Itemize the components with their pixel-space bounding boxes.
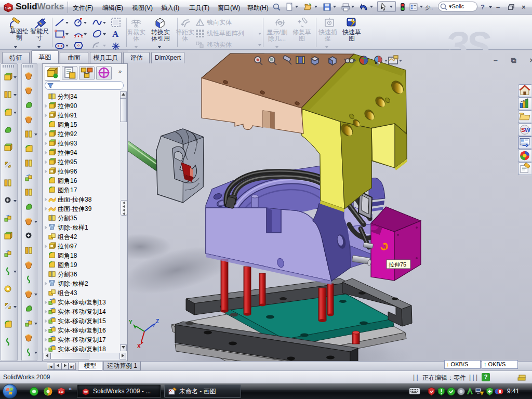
svg-text:Y: Y — [129, 320, 132, 325]
svg-text:SW: SW — [5, 6, 11, 10]
svg-text:!: ! — [198, 20, 200, 26]
svg-text:X: X — [137, 343, 141, 349]
svg-text:A: A — [112, 29, 119, 39]
svg-text:拉伸75: 拉伸75 — [389, 261, 406, 268]
svg-text:W: W — [525, 127, 530, 133]
svg-text:SW: SW — [84, 391, 88, 394]
svg-text:+: + — [298, 18, 301, 25]
svg-text:SW: SW — [59, 390, 64, 393]
svg-text:Z: Z — [156, 318, 159, 324]
